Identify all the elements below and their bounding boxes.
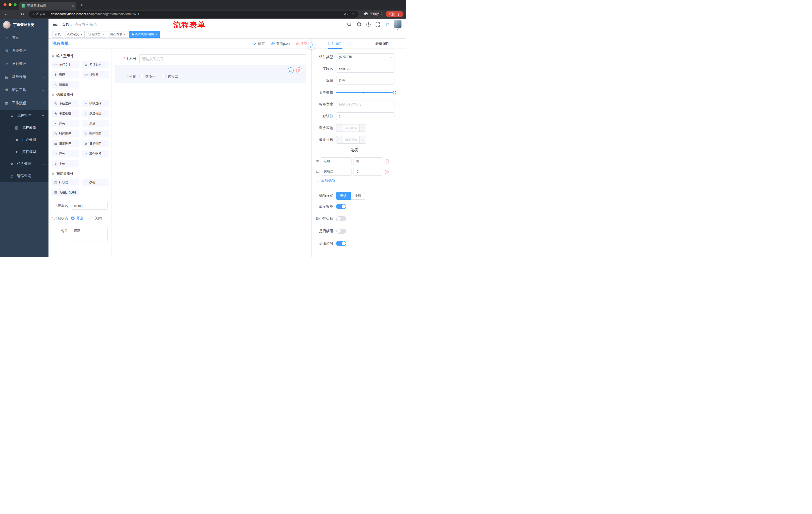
delete-field-button[interactable] (296, 67, 302, 74)
view-tag-process-form[interactable]: 流程表单 × (108, 31, 128, 38)
status-radio-off[interactable]: 关闭 (89, 216, 102, 220)
option-name-input[interactable] (321, 157, 351, 165)
status-radio-on[interactable]: 开启 (71, 216, 83, 220)
view-json-button[interactable]: 查看json (271, 42, 290, 46)
title-input[interactable] (336, 77, 395, 84)
drag-handle-icon[interactable] (316, 160, 319, 163)
window-zoom-button[interactable] (13, 3, 17, 6)
decrease-button[interactable]: − (337, 136, 343, 143)
form-field-gender-selected[interactable]: *性别 选项一 选项二 (115, 65, 306, 83)
style-button-button[interactable]: 按钮 (351, 192, 365, 200)
security-label[interactable]: 不安全 (36, 12, 46, 16)
forward-button[interactable]: → (11, 11, 18, 17)
show-label-toggle[interactable] (336, 204, 346, 209)
component-item-editor[interactable]: ✎编辑器 (52, 81, 79, 88)
form-remark-textarea[interactable]: 嘿嘿 (71, 227, 108, 241)
increase-button[interactable]: + (359, 136, 366, 143)
tag-close-icon[interactable]: × (124, 33, 126, 36)
component-type-select[interactable] (336, 53, 395, 61)
component-item-color-picker[interactable]: ◑颜色选择 (82, 150, 109, 157)
fullscreen-icon[interactable] (376, 22, 380, 27)
avatar[interactable] (394, 20, 402, 28)
component-type-value[interactable] (336, 53, 395, 61)
tab-close-icon[interactable]: × (72, 4, 74, 8)
github-icon[interactable] (356, 22, 361, 27)
component-item-time-picker[interactable]: ◷时间选择 (52, 130, 79, 137)
view-tag-process-model[interactable]: 流程模型 × (86, 31, 106, 38)
slider-handle[interactable] (393, 91, 396, 94)
form-canvas[interactable]: *手机号 (112, 49, 311, 257)
sidebar-item-process-management[interactable]: ≡ 流程管理 (0, 110, 49, 122)
browser-update-button[interactable]: 更新 ⋮ (386, 11, 403, 17)
sidebar-item-user-group[interactable]: ☻ 用户分组 (0, 134, 49, 146)
reload-button[interactable]: ↻ (19, 11, 26, 17)
address-bar[interactable]: ⚠ 不安全 dashboard.yudao.iocoder.cn /bpm/ma… (29, 10, 358, 18)
remove-option-icon[interactable] (385, 159, 389, 163)
component-item-table[interactable]: ▦表格[开发中] (52, 189, 79, 196)
sidebar-item-system[interactable]: ⚙ 系统管理 (0, 44, 49, 57)
tag-close-icon[interactable]: × (81, 33, 82, 36)
window-minimize-button[interactable] (8, 3, 11, 6)
form-name-input[interactable] (71, 202, 108, 210)
component-item-multi-text[interactable]: ▤多行文本 (82, 61, 109, 69)
component-item-cascader[interactable]: ⋔级联选择 (82, 100, 109, 107)
font-size-icon[interactable]: TT (385, 22, 389, 26)
view-tag-home[interactable]: 首页 (53, 31, 63, 38)
sidebar-item-leave-query[interactable]: ☺ 请假查询 (0, 170, 49, 182)
checkbox-box[interactable] (162, 75, 166, 78)
component-item-select[interactable]: ◎下拉选择 (52, 100, 79, 107)
clear-button[interactable]: 清空 (296, 42, 307, 46)
window-close-button[interactable] (3, 3, 6, 6)
option-name-input[interactable] (321, 168, 351, 175)
sidebar-item-home[interactable]: ⌂ 首页 (0, 31, 49, 44)
sidebar-item-payment[interactable]: ¥ 支付管理 (0, 57, 49, 71)
search-icon[interactable] (347, 22, 351, 27)
component-item-password[interactable]: ✱密码 (52, 71, 79, 78)
tag-close-icon[interactable]: × (156, 33, 157, 36)
component-item-upload[interactable]: ↥上传 (52, 160, 79, 167)
component-item-date-range[interactable]: ▩日期范围 (82, 140, 109, 147)
copy-field-button[interactable] (288, 67, 294, 74)
component-item-switch[interactable]: ◐开关 (52, 120, 79, 127)
component-item-date-picker[interactable]: ▦日期选择 (52, 140, 79, 147)
label-width-input[interactable] (336, 101, 395, 108)
drag-handle-icon[interactable] (316, 170, 319, 173)
browser-tab[interactable]: 芋道管理系统 × (19, 2, 76, 9)
gender-checkbox-option-2[interactable]: 选项二 (162, 75, 178, 79)
style-default-button[interactable]: 默认 (336, 192, 351, 200)
help-icon[interactable]: ? (366, 22, 371, 27)
sidebar-item-task-management[interactable]: ❖ 任务管理 (0, 158, 49, 170)
add-option-button[interactable]: ⊕ 添加选项 (317, 179, 395, 183)
component-item-checkbox-group[interactable]: ☑多选框组 (82, 110, 109, 117)
link-icon[interactable] (308, 43, 315, 49)
tag-close-icon[interactable]: × (102, 33, 104, 36)
component-item-single-text[interactable]: ▭单行文本 (52, 61, 79, 69)
sidebar-item-workflow[interactable]: ▦ 工作流程 (0, 97, 49, 110)
sidebar-item-infrastructure[interactable]: ▤ 基础设施 (0, 71, 49, 83)
decrease-button[interactable]: − (337, 125, 343, 132)
sidebar-item-process-model[interactable]: ➤ 流程模型 (0, 146, 49, 158)
component-item-radio-group[interactable]: ◉单选框组 (52, 110, 79, 117)
max-select-input[interactable]: 最多可选 (343, 136, 359, 143)
disabled-toggle[interactable] (336, 228, 346, 234)
password-key-icon[interactable] (344, 13, 348, 15)
component-item-rate[interactable]: ☆评分 (52, 150, 79, 157)
field-name-input[interactable] (336, 65, 395, 73)
phone-input[interactable] (140, 54, 306, 63)
border-toggle[interactable] (336, 216, 346, 221)
component-item-slider[interactable]: ↔滑块 (82, 120, 109, 127)
option-value-input[interactable] (353, 157, 382, 165)
menu-collapse-icon[interactable] (53, 23, 58, 26)
min-select-input[interactable]: 至少应选 (343, 125, 359, 132)
default-value-input[interactable] (336, 112, 395, 120)
tab-component-props[interactable]: 组件属性 (312, 39, 359, 49)
view-tag-process-form-edit[interactable]: 流程表单-编辑 × (129, 31, 160, 38)
required-toggle[interactable] (336, 241, 346, 246)
checkbox-box[interactable] (140, 75, 143, 78)
gender-checkbox-option-1[interactable]: 选项一 (140, 75, 155, 79)
increase-button[interactable]: + (359, 125, 366, 132)
component-item-button[interactable]: ☞按钮 (82, 179, 109, 186)
save-button[interactable]: 保存 (253, 42, 265, 46)
security-warning-icon[interactable]: ⚠ (32, 12, 35, 16)
bookmark-star-icon[interactable]: ☆ (352, 12, 355, 16)
